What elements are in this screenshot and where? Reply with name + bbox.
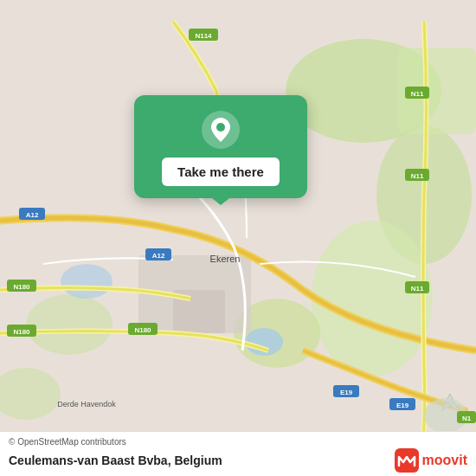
svg-text:A12: A12: [26, 211, 39, 219]
svg-text:Ekeren: Ekeren: [210, 254, 241, 264]
moovit-logo: moovit: [395, 448, 467, 473]
svg-point-5: [26, 294, 113, 355]
moovit-text: moovit: [422, 453, 467, 468]
svg-point-40: [216, 123, 225, 132]
svg-text:N11: N11: [411, 285, 424, 293]
bottom-bar: © OpenStreetMap contributors Ceulemans-v…: [0, 431, 476, 476]
svg-text:E19: E19: [396, 402, 409, 409]
svg-text:N180: N180: [134, 326, 151, 334]
take-me-there-button[interactable]: Take me there: [162, 158, 280, 186]
svg-text:N11: N11: [411, 90, 424, 98]
svg-text:N11: N11: [411, 172, 424, 180]
svg-text:N180: N180: [13, 328, 30, 336]
svg-text:Derde Havendok: Derde Havendok: [57, 400, 116, 408]
svg-text:N180: N180: [13, 283, 30, 291]
map-container: E19 E19 A12 A12 N114 N180 N180 N180 N11 …: [0, 0, 476, 476]
place-name: Ceulemans-van Baast Bvba, Belgium: [9, 453, 222, 467]
moovit-icon: [395, 448, 419, 473]
map-attribution: © OpenStreetMap contributors: [9, 437, 467, 447]
svg-point-3: [312, 221, 433, 376]
svg-text:N114: N114: [195, 32, 212, 40]
svg-text:E19: E19: [340, 389, 353, 396]
svg-text:A12: A12: [152, 252, 165, 260]
popup-card: Take me there: [134, 95, 307, 198]
location-pin-icon: [202, 111, 240, 149]
svg-point-9: [61, 264, 113, 299]
map-background: E19 E19 A12 A12 N114 N180 N180 N180 N11 …: [0, 0, 476, 476]
svg-text:N1: N1: [462, 415, 472, 422]
place-name-row: Ceulemans-van Baast Bvba, Belgium moovit: [9, 448, 467, 473]
